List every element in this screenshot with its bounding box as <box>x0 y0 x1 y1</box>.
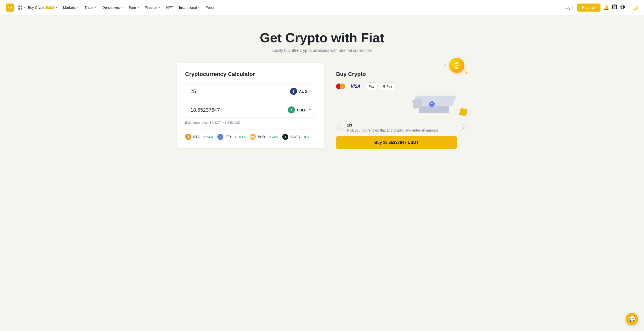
svg-rect-8 <box>613 8 615 8</box>
carousel-next-button[interactable]: › <box>460 124 467 131</box>
receive-currency-label: USDT <box>297 108 307 112</box>
receive-value: 18.55237647 <box>190 107 220 113</box>
nav-feed[interactable]: Feed <box>203 4 216 11</box>
logo[interactable] <box>6 4 14 12</box>
globe-button[interactable] <box>620 4 625 11</box>
mastercard-yellow-circle <box>340 84 345 89</box>
hero-subtitle: Easily buy 99+ cryptocurrencies with 50+… <box>6 48 638 53</box>
globe-icon <box>620 4 625 11</box>
usdt-icon <box>288 106 295 113</box>
googlepay-logo: G Pay <box>380 82 395 90</box>
btc-ticker[interactable]: ₿ BTC +2.54% <box>185 134 213 140</box>
carousel-description: Pick your currencies (fiat and crypto) a… <box>347 128 456 132</box>
eth-change: +3.03% <box>234 135 246 139</box>
eth-ticker[interactable]: Ξ ETH +3.03% <box>217 134 246 140</box>
busd-change: +0% <box>302 135 309 139</box>
chevron-right-icon: › <box>463 126 464 130</box>
bnb-icon: BNB <box>250 134 256 140</box>
spend-currency-chevron: ▾ <box>309 90 311 93</box>
hero-section: Get Crypto with Fiat Easily buy 99+ cryp… <box>0 15 644 63</box>
platform-front <box>419 106 449 113</box>
nav-earn[interactable]: Earn ▾ <box>126 4 141 11</box>
crypto-illustration: ✦ ✦ ₿ Ξ <box>412 68 467 118</box>
spend-value: 25 <box>190 89 196 94</box>
buy-main-button[interactable]: Buy 18.55237647 USDT <box>336 136 457 149</box>
hero-title: Get Crypto with Fiat <box>6 30 638 45</box>
navbar: ▾ Buy Crypto AUD ▾ Markets ▾ Trade ▾ Der… <box>0 0 644 15</box>
carousel-controls: ‹ 1/3 Pick your currencies (fiat and cry… <box>336 123 467 132</box>
markets-chevron: ▾ <box>77 6 78 9</box>
calc-divider <box>185 130 316 130</box>
carousel-info: 1/3 Pick your currencies (fiat and crypt… <box>347 123 456 132</box>
user-button[interactable] <box>612 4 617 11</box>
svg-rect-6 <box>613 6 616 6</box>
moon-icon: 🌙 <box>632 5 638 10</box>
calculator-card: Cryptocurrency Calculator 25 $ AUD ▾ 18.… <box>177 63 324 148</box>
carousel-prev-button[interactable]: ‹ <box>336 124 343 131</box>
busd-ticker[interactable]: ◆ BUSD +0% <box>282 134 309 140</box>
applepay-logo: Pay <box>366 82 377 90</box>
eth-icon: Ξ <box>217 134 223 140</box>
busd-name: BUSD <box>290 135 300 139</box>
bell-icon: 🔔 <box>603 5 609 10</box>
star-icon-2: ✦ <box>465 70 468 75</box>
main-content: Cryptocurrency Calculator 25 $ AUD ▾ 18.… <box>171 63 473 172</box>
nav-finance[interactable]: Finance ▾ <box>142 4 163 11</box>
bnb-change: +2.74% <box>267 135 278 139</box>
nav-markets[interactable]: Markets ▾ <box>61 4 81 11</box>
spend-currency-label: AUD <box>299 89 307 94</box>
btc-name: BTC <box>193 135 200 139</box>
grid-icon[interactable] <box>18 5 23 10</box>
btc-icon: ₿ <box>185 134 191 140</box>
finance-chevron: ▾ <box>159 6 160 9</box>
eth-name: ETH <box>225 135 232 139</box>
institutional-chevron: ▾ <box>198 6 199 9</box>
spend-currency-selector[interactable]: $ AUD ▾ <box>290 88 311 95</box>
register-button[interactable]: Register <box>577 4 600 12</box>
svg-rect-4 <box>21 8 22 10</box>
buy-crypto-chevron: ▾ <box>56 6 57 9</box>
nav-buy-crypto[interactable]: Buy Crypto AUD ▾ <box>25 4 60 11</box>
user-icon <box>612 4 617 11</box>
nav-trade[interactable]: Trade ▾ <box>82 4 99 11</box>
eth-small-coin: Ξ <box>429 101 435 107</box>
nav-nft[interactable]: NFT <box>164 4 175 11</box>
nav-divider: | <box>628 5 629 10</box>
gold-box <box>459 108 468 116</box>
svg-rect-2 <box>21 6 22 7</box>
bitcoin-coin: ₿ <box>449 58 464 73</box>
aud-icon: $ <box>290 88 297 95</box>
nav-right: Log In Register 🔔 <box>565 4 638 12</box>
star-icon-1: ✦ <box>444 63 447 68</box>
svg-rect-3 <box>18 8 20 10</box>
gray-box <box>412 98 423 109</box>
nav-derivatives[interactable]: Derivatives ▾ <box>100 4 125 11</box>
btc-change: +2.54% <box>202 135 213 139</box>
trade-chevron: ▾ <box>95 6 96 9</box>
login-button[interactable]: Log In <box>565 6 574 10</box>
derivatives-chevron: ▾ <box>121 6 123 9</box>
mastercard-logo <box>336 84 345 89</box>
nav-institutional[interactable]: Institutional ▾ <box>177 4 202 11</box>
spend-input-group[interactable]: 25 $ AUD ▾ <box>185 84 316 99</box>
bnb-ticker[interactable]: BNB BNB +2.74% <box>250 134 278 140</box>
svg-rect-1 <box>18 6 20 7</box>
calculator-title: Cryptocurrency Calculator <box>185 71 316 77</box>
nav-menu: Buy Crypto AUD ▾ Markets ▾ Trade ▾ Deriv… <box>25 4 565 11</box>
bnb-name: BNB <box>258 135 265 139</box>
receive-currency-selector[interactable]: USDT ▾ <box>288 106 311 113</box>
carousel-counter: 1/3 <box>347 123 456 127</box>
receive-currency-chevron: ▾ <box>309 108 311 112</box>
chevron-left-icon: ‹ <box>339 126 340 130</box>
buy-crypto-card: Buy Crypto VISA Pay G Pay ✦ ✦ ₿ Ξ <box>332 63 467 157</box>
receive-input-group[interactable]: 18.55237647 USDT ▾ <box>185 102 316 118</box>
svg-rect-7 <box>613 7 616 7</box>
visa-logo: VISA <box>348 82 363 90</box>
earn-chevron: ▾ <box>138 6 139 9</box>
estimated-price: Estimated price: 1 USDT ≈ 1.348 AUD <box>185 121 316 125</box>
crypto-tickers: ₿ BTC +2.54% Ξ ETH +3.03% BNB BNB +2.74%… <box>185 134 316 140</box>
notification-button[interactable]: 🔔 <box>603 5 609 10</box>
busd-icon: ◆ <box>282 134 288 140</box>
theme-button[interactable]: 🌙 <box>632 5 638 10</box>
